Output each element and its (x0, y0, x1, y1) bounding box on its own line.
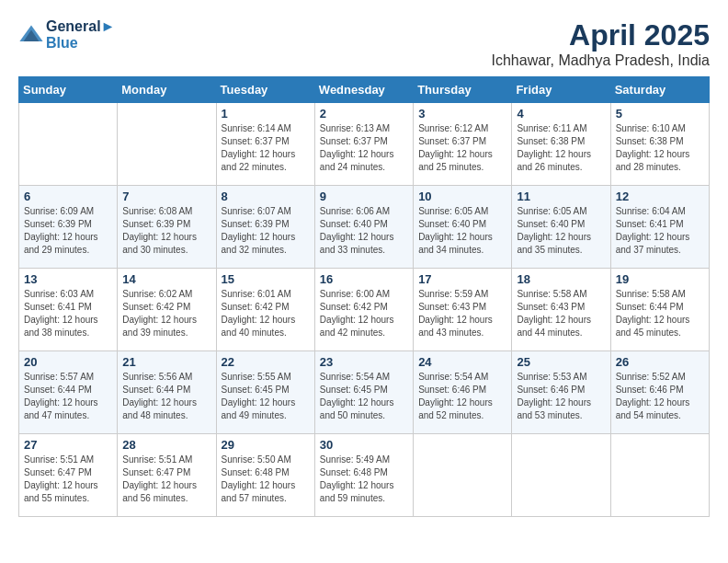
logo-icon (18, 22, 44, 48)
weekday-header-tuesday: Tuesday (216, 77, 314, 103)
calendar-cell: 22Sunrise: 5:55 AMSunset: 6:45 PMDayligh… (216, 351, 314, 434)
cell-info: Sunrise: 5:53 AMSunset: 6:46 PMDaylight:… (517, 371, 605, 422)
cell-info: Sunrise: 5:50 AMSunset: 6:48 PMDaylight:… (222, 454, 310, 505)
calendar-cell: 4Sunrise: 6:11 AMSunset: 6:38 PMDaylight… (512, 103, 610, 186)
cell-info: Sunrise: 6:06 AMSunset: 6:40 PMDaylight:… (320, 205, 408, 257)
calendar-week-5: 27Sunrise: 5:51 AMSunset: 6:47 PMDayligh… (19, 434, 710, 517)
cell-info: Sunrise: 6:04 AMSunset: 6:41 PMDaylight:… (616, 205, 704, 257)
day-number: 25 (517, 355, 605, 369)
day-number: 3 (418, 107, 506, 121)
weekday-header-thursday: Thursday (414, 77, 512, 103)
cell-info: Sunrise: 6:12 AMSunset: 6:37 PMDaylight:… (418, 122, 506, 174)
month-title: April 2025 (492, 18, 710, 52)
cell-info: Sunrise: 5:55 AMSunset: 6:45 PMDaylight:… (222, 371, 310, 422)
calendar-week-3: 13Sunrise: 6:03 AMSunset: 6:41 PMDayligh… (19, 269, 710, 351)
calendar-cell: 27Sunrise: 5:51 AMSunset: 6:47 PMDayligh… (19, 434, 118, 517)
day-number: 2 (320, 107, 408, 121)
day-number: 11 (517, 190, 605, 203)
calendar-table: SundayMondayTuesdayWednesdayThursdayFrid… (18, 76, 710, 517)
cell-info: Sunrise: 5:59 AMSunset: 6:43 PMDaylight:… (418, 288, 506, 339)
cell-info: Sunrise: 6:10 AMSunset: 6:38 PMDaylight:… (616, 122, 704, 174)
weekday-header-wednesday: Wednesday (314, 77, 413, 103)
cell-info: Sunrise: 6:05 AMSunset: 6:40 PMDaylight:… (418, 205, 506, 257)
day-number: 19 (616, 272, 704, 286)
calendar-cell: 3Sunrise: 6:12 AMSunset: 6:37 PMDaylight… (414, 103, 512, 186)
cell-info: Sunrise: 6:11 AMSunset: 6:38 PMDaylight:… (517, 122, 605, 174)
day-number: 23 (320, 355, 408, 369)
cell-info: Sunrise: 6:07 AMSunset: 6:39 PMDaylight:… (222, 205, 310, 257)
cell-info: Sunrise: 5:49 AMSunset: 6:48 PMDaylight:… (320, 454, 408, 505)
cell-info: Sunrise: 5:51 AMSunset: 6:47 PMDaylight:… (24, 454, 112, 505)
cell-info: Sunrise: 6:03 AMSunset: 6:41 PMDaylight:… (24, 288, 112, 339)
day-number: 27 (24, 438, 112, 452)
calendar-cell: 30Sunrise: 5:49 AMSunset: 6:48 PMDayligh… (314, 434, 413, 517)
calendar-cell: 13Sunrise: 6:03 AMSunset: 6:41 PMDayligh… (19, 269, 118, 351)
calendar-cell (610, 434, 709, 517)
cell-info: Sunrise: 6:13 AMSunset: 6:37 PMDaylight:… (320, 122, 408, 174)
cell-info: Sunrise: 6:00 AMSunset: 6:42 PMDaylight:… (320, 288, 408, 339)
weekday-header-row: SundayMondayTuesdayWednesdayThursdayFrid… (19, 77, 710, 103)
calendar-cell: 7Sunrise: 6:08 AMSunset: 6:39 PMDaylight… (118, 186, 216, 269)
location-title: Ichhawar, Madhya Pradesh, India (492, 52, 710, 69)
calendar-cell: 21Sunrise: 5:56 AMSunset: 6:44 PMDayligh… (118, 351, 216, 434)
weekday-header-saturday: Saturday (610, 77, 709, 103)
cell-info: Sunrise: 5:52 AMSunset: 6:46 PMDaylight:… (616, 371, 704, 422)
weekday-header-sunday: Sunday (19, 77, 118, 103)
calendar-cell: 24Sunrise: 5:54 AMSunset: 6:46 PMDayligh… (414, 351, 512, 434)
calendar-cell: 26Sunrise: 5:52 AMSunset: 6:46 PMDayligh… (610, 351, 709, 434)
calendar-cell: 10Sunrise: 6:05 AMSunset: 6:40 PMDayligh… (414, 186, 512, 269)
calendar-cell: 29Sunrise: 5:50 AMSunset: 6:48 PMDayligh… (216, 434, 314, 517)
calendar-week-4: 20Sunrise: 5:57 AMSunset: 6:44 PMDayligh… (19, 351, 710, 434)
cell-info: Sunrise: 6:05 AMSunset: 6:40 PMDaylight:… (517, 205, 605, 257)
cell-info: Sunrise: 6:09 AMSunset: 6:39 PMDaylight:… (24, 205, 112, 257)
calendar-cell: 11Sunrise: 6:05 AMSunset: 6:40 PMDayligh… (512, 186, 610, 269)
cell-info: Sunrise: 6:08 AMSunset: 6:39 PMDaylight:… (122, 205, 210, 257)
day-number: 4 (517, 107, 605, 121)
day-number: 15 (222, 272, 310, 286)
cell-info: Sunrise: 5:54 AMSunset: 6:46 PMDaylight:… (418, 371, 506, 422)
calendar-cell (19, 103, 118, 186)
calendar-cell (118, 103, 216, 186)
calendar-cell: 6Sunrise: 6:09 AMSunset: 6:39 PMDaylight… (19, 186, 118, 269)
calendar-cell: 9Sunrise: 6:06 AMSunset: 6:40 PMDaylight… (314, 186, 413, 269)
cell-info: Sunrise: 5:57 AMSunset: 6:44 PMDaylight:… (24, 371, 112, 422)
calendar-cell: 23Sunrise: 5:54 AMSunset: 6:45 PMDayligh… (314, 351, 413, 434)
calendar-cell: 18Sunrise: 5:58 AMSunset: 6:43 PMDayligh… (512, 269, 610, 351)
day-number: 1 (222, 107, 310, 121)
cell-info: Sunrise: 5:58 AMSunset: 6:44 PMDaylight:… (616, 288, 704, 339)
day-number: 8 (222, 190, 310, 203)
day-number: 22 (222, 355, 310, 369)
day-number: 10 (418, 190, 506, 203)
cell-info: Sunrise: 6:01 AMSunset: 6:42 PMDaylight:… (222, 288, 310, 339)
day-number: 26 (616, 355, 704, 369)
cell-info: Sunrise: 5:58 AMSunset: 6:43 PMDaylight:… (517, 288, 605, 339)
calendar-cell: 8Sunrise: 6:07 AMSunset: 6:39 PMDaylight… (216, 186, 314, 269)
calendar-cell: 17Sunrise: 5:59 AMSunset: 6:43 PMDayligh… (414, 269, 512, 351)
cell-info: Sunrise: 6:14 AMSunset: 6:37 PMDaylight:… (222, 122, 310, 174)
logo-text: General► Blue (46, 18, 115, 52)
day-number: 29 (222, 438, 310, 452)
calendar-cell: 1Sunrise: 6:14 AMSunset: 6:37 PMDaylight… (216, 103, 314, 186)
calendar-cell: 2Sunrise: 6:13 AMSunset: 6:37 PMDaylight… (314, 103, 413, 186)
day-number: 6 (24, 190, 112, 203)
day-number: 9 (320, 190, 408, 203)
day-number: 20 (24, 355, 112, 369)
logo: General► Blue (18, 18, 115, 52)
calendar-cell: 16Sunrise: 6:00 AMSunset: 6:42 PMDayligh… (314, 269, 413, 351)
cell-info: Sunrise: 6:02 AMSunset: 6:42 PMDaylight:… (122, 288, 210, 339)
weekday-header-friday: Friday (512, 77, 610, 103)
calendar-cell: 19Sunrise: 5:58 AMSunset: 6:44 PMDayligh… (610, 269, 709, 351)
day-number: 18 (517, 272, 605, 286)
calendar-week-2: 6Sunrise: 6:09 AMSunset: 6:39 PMDaylight… (19, 186, 710, 269)
calendar-cell: 14Sunrise: 6:02 AMSunset: 6:42 PMDayligh… (118, 269, 216, 351)
calendar-cell: 28Sunrise: 5:51 AMSunset: 6:47 PMDayligh… (118, 434, 216, 517)
day-number: 12 (616, 190, 704, 203)
header: General► Blue April 2025 Ichhawar, Madhy… (18, 18, 710, 69)
weekday-header-monday: Monday (118, 77, 216, 103)
cell-info: Sunrise: 5:51 AMSunset: 6:47 PMDaylight:… (122, 454, 210, 505)
day-number: 16 (320, 272, 408, 286)
day-number: 28 (122, 438, 210, 452)
calendar-week-1: 1Sunrise: 6:14 AMSunset: 6:37 PMDaylight… (19, 103, 710, 186)
calendar-cell (414, 434, 512, 517)
day-number: 13 (24, 272, 112, 286)
